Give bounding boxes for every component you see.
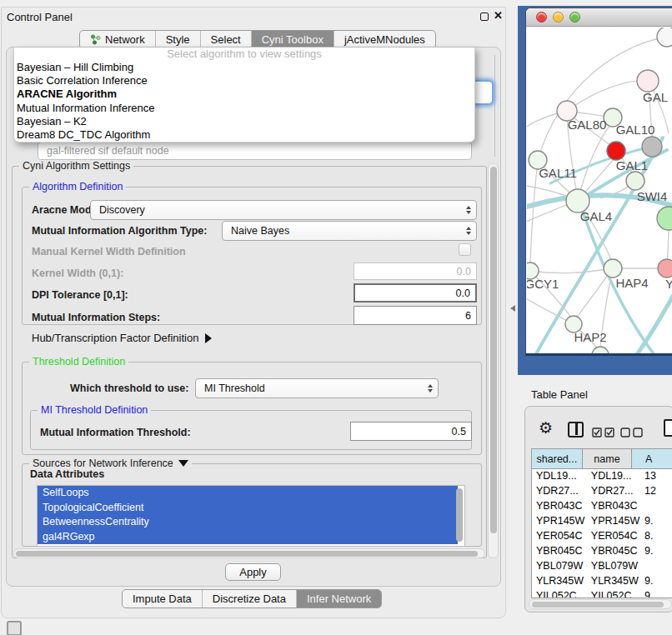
select-all-columns-icon[interactable]: [592, 426, 615, 441]
attribute-item-gal4rgexp[interactable]: gal4RGexp: [38, 530, 458, 545]
settings-hscrollbar-thumb[interactable]: [16, 551, 478, 557]
which-threshold-combo[interactable]: MI Threshold: [195, 378, 439, 398]
table-row[interactable]: YPR145W YPR145W 9.: [532, 513, 672, 528]
attribute-item-selfloops[interactable]: SelfLoops: [38, 486, 458, 501]
svg-text:GCY1: GCY1: [527, 277, 559, 291]
maximize-window-icon[interactable]: [569, 12, 580, 22]
aracne-mode-combo[interactable]: Discovery: [90, 200, 477, 220]
svg-text:HAP4: HAP4: [615, 276, 648, 290]
docked-panel-button[interactable]: [7, 621, 22, 635]
dpi-tolerance-field[interactable]: 0.0: [354, 283, 477, 302]
network-node-swi4[interactable]: [626, 172, 644, 190]
tab-impute-data[interactable]: Impute Data: [123, 590, 203, 608]
table-settings-gear-icon[interactable]: ⚙: [539, 420, 553, 436]
table-hscrollbar-track[interactable]: [529, 599, 672, 609]
minimize-window-icon[interactable]: [553, 12, 564, 22]
algorithm-option-aracne[interactable]: ARACNE Algorithm: [14, 88, 474, 101]
attribute-item-betweennesscentrality[interactable]: BetweennessCentrality: [38, 515, 458, 530]
algorithm-option-dream8[interactable]: Dream8 DC_TDC Algorithm: [14, 128, 474, 142]
mi-threshold-field[interactable]: 0.5: [350, 422, 472, 441]
svg-text:GAL4: GAL4: [580, 209, 612, 223]
tab-style[interactable]: Style: [156, 31, 201, 48]
column-header-partial[interactable]: A: [632, 449, 672, 468]
mi-steps-field[interactable]: 6: [354, 306, 477, 325]
table-cell: YDL19...: [588, 470, 641, 482]
table-panel-title: Table Panel: [531, 388, 588, 401]
tab-jactivemnodules[interactable]: jActiveMNodules: [334, 31, 435, 48]
table-cell: YBL079W: [588, 560, 641, 572]
algorithm-option-mutual-information[interactable]: Mutual Information Inference: [14, 102, 474, 115]
network-window-titlebar[interactable]: [526, 8, 672, 27]
network-node[interactable]: [592, 347, 609, 353]
column-header-name[interactable]: name: [583, 449, 632, 468]
close-panel-icon[interactable]: ✕: [494, 9, 503, 22]
network-node[interactable]: [642, 137, 662, 157]
cyni-algorithm-settings-title: Cyni Algorithm Settings: [19, 160, 133, 172]
divider-collapse-handle[interactable]: [510, 305, 515, 312]
deselect-all-columns-icon[interactable]: [620, 426, 644, 441]
table-hscrollbar-thumb[interactable]: [532, 602, 664, 608]
kernel-width-field[interactable]: 0.0: [354, 262, 477, 280]
network-node[interactable]: [657, 207, 672, 230]
svg-text:GAL: GAL: [643, 90, 668, 104]
network-node-gal2[interactable]: [637, 70, 659, 92]
table-row[interactable]: YBR043C YBR043C: [532, 498, 672, 513]
table-cell: 9.: [641, 515, 672, 527]
mi-steps-label: Mutual Information Steps:: [32, 312, 160, 323]
settings-vscrollbar-thumb[interactable]: [490, 167, 497, 533]
table-cell: 12: [641, 485, 672, 497]
network-node[interactable]: [658, 259, 672, 278]
network-node-gal1[interactable]: [607, 142, 625, 160]
tab-infer-network[interactable]: Infer Network: [297, 590, 381, 608]
attributes-list-scrollbar[interactable]: [456, 488, 463, 542]
algorithm-option-bayesian-hill-climbing[interactable]: Bayesian – Hill Climbing: [14, 61, 474, 74]
svg-text:GAL80: GAL80: [568, 118, 607, 132]
algorithm-option-basic-correlation[interactable]: Basic Correlation Inference: [14, 74, 474, 88]
svg-text:SWI4: SWI4: [637, 189, 668, 203]
cyni-bottom-tabbar: Impute Data Discretize Data Infer Networ…: [122, 589, 382, 608]
mi-threshold-group-title: MI Threshold Definition: [38, 404, 151, 416]
table-row[interactable]: YDL19... YDL19... 13: [532, 468, 672, 483]
table-cell: YDL19...: [532, 470, 588, 482]
table-cell: YPR145W: [532, 515, 588, 527]
new-table-icon[interactable]: [664, 419, 672, 437]
table-cell: YBR043C: [588, 500, 641, 512]
combo-arrows-icon: [428, 384, 433, 392]
network-source-combo-fragment[interactable]: gal-filtered sif default node: [38, 142, 472, 160]
network-source-combo-text: gal-filtered sif default node: [47, 145, 169, 157]
network-node[interactable]: [657, 28, 672, 47]
expand-right-icon: [205, 333, 212, 343]
table-row[interactable]: YBR045C YBR045C 9.: [532, 543, 672, 558]
float-window-icon[interactable]: [480, 12, 489, 21]
table-cell: 8.: [641, 530, 672, 542]
table-row[interactable]: YLR345W YLR345W 9.: [532, 573, 672, 588]
sources-group-title[interactable]: Sources for Network Inference: [29, 458, 192, 469]
mi-type-combo[interactable]: Naive Bayes: [222, 221, 477, 241]
hub-tf-section-toggle[interactable]: Hub/Transcription Factor Definition: [32, 332, 212, 344]
algorithm-option-bayesian-k2[interactable]: Bayesian – K2: [14, 115, 474, 128]
table-row[interactable]: YER054C YER054C 8.: [532, 528, 672, 543]
attribute-item-topologicalcoefficient[interactable]: TopologicalCoefficient: [38, 501, 458, 516]
column-layout-icon[interactable]: [568, 422, 584, 438]
table-row[interactable]: YDR27... YDR27... 12: [532, 483, 672, 498]
tab-select[interactable]: Select: [201, 31, 252, 48]
tab-discretize-data[interactable]: Discretize Data: [203, 590, 297, 608]
tab-network[interactable]: Network: [80, 31, 156, 48]
data-attributes-list[interactable]: SelfLoops TopologicalCoefficient Between…: [37, 485, 465, 547]
close-window-icon[interactable]: [536, 12, 547, 22]
hub-tf-label: Hub/Transcription Factor Definition: [32, 332, 198, 344]
network-node-hap4[interactable]: [604, 259, 622, 278]
table-row[interactable]: YBL079W YBL079W: [532, 558, 672, 573]
settings-hscrollbar-track[interactable]: [13, 548, 485, 558]
algorithm-dropdown-placeholder: Select algorithm to view settings: [14, 48, 474, 61]
network-canvas[interactable]: GAL GAL80 GAL10 GAL1 GAL11 SWI4 GAL4 GCY…: [527, 28, 672, 353]
settings-vscrollbar-track[interactable]: [488, 163, 499, 558]
background-groupbox-edge: [494, 55, 495, 157]
manual-kernel-checkbox[interactable]: [459, 243, 471, 256]
table-row[interactable]: YIL052C YIL052C 9: [532, 588, 672, 598]
apply-button[interactable]: Apply: [225, 563, 281, 581]
tab-cyni-toolbox[interactable]: Cyni Toolbox: [252, 31, 334, 48]
column-header-shared-name[interactable]: shared...: [532, 449, 583, 468]
table-cell: 9.: [641, 545, 672, 557]
network-node-labels: GAL GAL80 GAL10 GAL1 GAL11 SWI4 GAL4 GCY…: [527, 90, 672, 344]
